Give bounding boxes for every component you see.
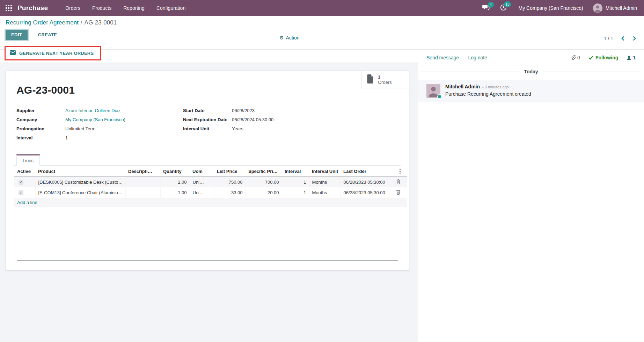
message-avatar [426,84,440,98]
send-message-button[interactable]: Send message [426,55,459,60]
table-row[interactable]: [DESK0005] Customizable Desk (Custo… 2.0… [14,177,407,188]
followers-button[interactable]: 1 [627,55,636,60]
cell-interval-unit: Months [309,177,341,188]
cell-quantity: 1.00 [160,187,190,198]
col-header-product[interactable]: Product [35,166,125,177]
edit-button[interactable]: EDIT [6,30,28,40]
field-groups: Supplier Azure Interior, Colleen Diaz Co… [16,108,401,142]
chatter-panel: Send message Log note 0 Following 1 Tod [418,50,644,342]
company-link[interactable]: My Company (San Francisco) [65,117,176,122]
col-header-list-price[interactable]: List Price [214,166,246,177]
add-a-line-link[interactable]: Add a line [17,200,37,205]
user-menu[interactable]: Mitchell Admin [592,3,638,13]
field-start-date: Start Date 06/28/2023 [183,108,401,115]
envelope-icon [10,50,16,56]
next-expiration-value: 06/28/2024 05:30:00 [232,117,401,122]
attachments-button[interactable]: 0 [571,55,580,60]
field-group-left: Supplier Azure Interior, Colleen Diaz Co… [16,108,176,142]
tab-bar: Lines [14,154,401,166]
menu-products[interactable]: Products [87,1,116,15]
col-header-interval[interactable]: Interval [282,166,309,177]
action-menu-button[interactable]: ⚙ Action [279,35,299,41]
field-prolongation: Prolongation Unlimited Term [16,126,176,133]
col-header-last-order[interactable]: Last Order [341,166,393,177]
delete-row-button[interactable] [396,179,401,184]
message-author[interactable]: Mitchell Admin [445,84,480,89]
lines-table: Active Product Descripti… Quantity Uom L… [14,166,407,207]
cell-uom: Uni… [190,187,214,198]
col-header-quantity[interactable]: Quantity [160,166,190,177]
interval-value: 1 [65,135,176,140]
notebook: Lines Active Product Descripti [14,154,401,207]
log-note-button[interactable]: Log note [468,55,487,60]
delete-row-button[interactable] [396,189,401,195]
field-supplier: Supplier Azure Interior, Colleen Diaz [16,108,176,115]
col-header-description[interactable]: Descripti… [125,166,160,177]
control-panel: Recurring Order Agreement/AG-23-0001 EDI… [0,16,644,50]
prolongation-value: Unlimited Term [65,126,176,131]
attachments-count: 0 [577,55,580,60]
supplier-link[interactable]: Azure Interior, Colleen Diaz [65,108,176,113]
form-statusbar: GENERATE NEXT YEAR ORDERS [0,50,418,63]
form-separator [17,260,398,261]
cell-description [125,187,160,198]
field-label: Supplier [16,108,65,113]
breadcrumb-separator: / [79,19,85,26]
menu-orders[interactable]: Orders [60,1,85,15]
company-switcher[interactable]: My Company (San Francisco) [514,5,588,11]
following-button[interactable]: Following [588,55,618,60]
generate-next-year-orders-button[interactable]: GENERATE NEXT YEAR ORDERS [19,51,94,56]
cell-specific-price: 700.00 [246,177,282,188]
field-label: Prolongation [16,126,65,131]
cell-quantity: 2.00 [160,177,190,188]
check-icon [588,56,593,60]
annotation-highlight-box: GENERATE NEXT YEAR ORDERS [5,46,101,60]
col-header-uom[interactable]: Uom [190,166,214,177]
menu-reporting[interactable]: Reporting [118,1,149,15]
field-label: Company [16,117,65,122]
interval-unit-value: Years [232,126,401,131]
user-avatar [593,3,602,13]
activities-menu[interactable]: 13 [497,2,510,14]
pager-previous-button[interactable] [621,36,625,41]
col-header-specific-price[interactable]: Specific Pri… [246,166,282,177]
chatter-message[interactable]: Mitchell Admin - 3 minutes ago Purchase … [418,80,644,102]
cell-specific-price: 20.00 [246,187,282,198]
action-label: Action [286,35,300,41]
chevron-right-icon [632,36,636,41]
breadcrumb: Recurring Order Agreement/AG-23-0001 [6,19,644,26]
optional-columns-button[interactable] [393,166,407,177]
cell-description [125,177,160,188]
col-header-active[interactable]: Active [14,166,35,177]
message-timestamp: - 3 minutes ago [482,85,509,89]
main-menu: Orders Products Reporting Configuration [60,1,190,15]
activities-badge: 13 [504,1,511,7]
active-checkbox[interactable] [19,190,23,195]
trash-icon [396,189,401,195]
top-navbar: Purchase Orders Products Reporting Confi… [0,0,644,16]
orders-count: 1 [378,74,392,80]
gear-icon: ⚙ [279,35,284,41]
breadcrumb-parent-link[interactable]: Recurring Order Agreement [6,19,79,26]
date-divider-label: Today [524,69,538,74]
table-row[interactable]: [E-COM13] Conference Chair (Aluminiu… 1.… [14,187,407,198]
create-button[interactable]: CREATE [33,30,62,39]
app-title[interactable]: Purchase [17,4,48,12]
menu-configuration[interactable]: Configuration [152,1,190,15]
col-header-interval-unit[interactable]: Interval Unit [309,166,341,177]
form-content: 1 Orders AG-23-0001 Supplier Azure Inter… [0,63,418,342]
cell-interval-unit: Months [309,187,341,198]
messages-badge: 4 [488,2,494,8]
active-checkbox[interactable] [19,180,23,185]
table-header-row: Active Product Descripti… Quantity Uom L… [14,166,407,177]
tab-lines[interactable]: Lines [16,154,40,166]
orders-label: Orders [378,80,392,85]
followers-count: 1 [633,55,636,60]
add-line-row: Add a line [14,198,407,207]
pager: 1 / 1 [604,36,636,41]
orders-stat-button[interactable]: 1 Orders [361,71,409,88]
record-title: AG-23-0001 [16,84,401,96]
messages-menu[interactable]: 4 [478,2,493,14]
pager-next-button[interactable] [632,36,636,41]
apps-menu-icon[interactable] [6,5,17,11]
